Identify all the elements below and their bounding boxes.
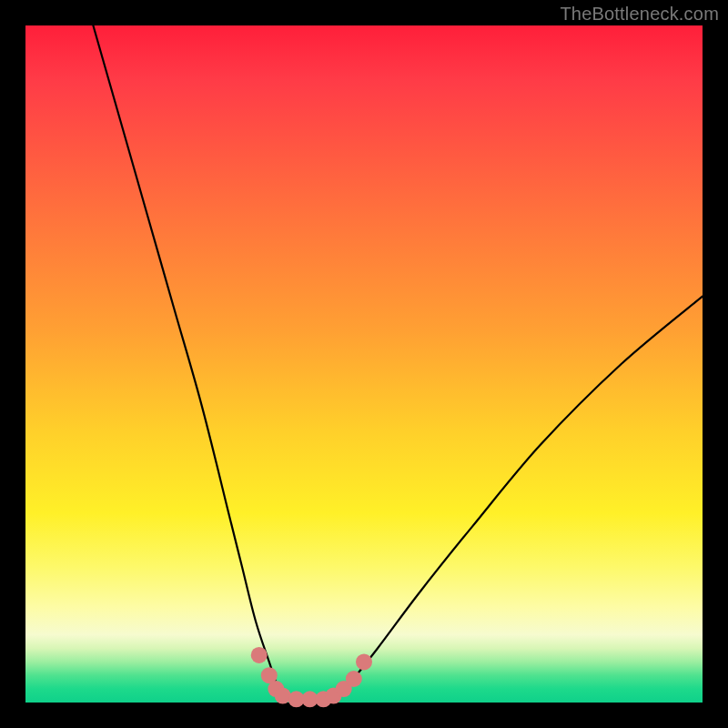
flat-zone-dot [346, 671, 362, 687]
flat-zone-dot [356, 653, 372, 670]
flat-zone-dots [251, 647, 372, 707]
curve-layer [25, 25, 703, 703]
watermark-text: TheBottleneck.com [560, 4, 719, 25]
plot-area [25, 25, 703, 703]
flat-zone-dot [251, 647, 268, 663]
chart-frame: TheBottleneck.com [0, 0, 728, 728]
bottleneck-curve-path [93, 25, 703, 703]
